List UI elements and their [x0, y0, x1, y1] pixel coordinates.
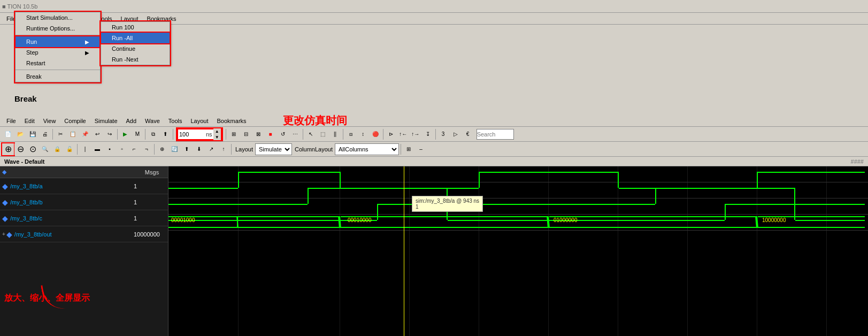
ann-time: 更改仿真时间: [283, 113, 347, 128]
layout-select[interactable]: Simulate: [255, 143, 292, 155]
mb2-bookmarks[interactable]: Bookmarks: [213, 117, 251, 125]
menu-run[interactable]: Run ▶: [16, 36, 100, 47]
tb-save[interactable]: 💾: [27, 128, 39, 140]
tb-link[interactable]: ⧉: [147, 128, 159, 140]
column-layout-select[interactable]: AllColumns: [335, 143, 399, 155]
tb-cut[interactable]: ✂: [55, 128, 66, 140]
separator2: [16, 70, 100, 70]
tb-up[interactable]: ⬆: [159, 128, 171, 140]
wave-b-high1: [309, 188, 447, 189]
tb-open[interactable]: 📂: [14, 128, 26, 140]
signal-row-b[interactable]: ◆ /my_3_8tb/b 1: [0, 194, 168, 210]
tb-paste[interactable]: 📌: [79, 128, 91, 140]
wave-btn1[interactable]: |: [79, 143, 91, 155]
signal-row-out[interactable]: + ◆ /my_3_8tb/out 10000000: [0, 226, 168, 242]
sig-out-diamond: ◆: [6, 230, 12, 239]
col-btn1[interactable]: ⊞: [403, 143, 414, 155]
tb-a2[interactable]: ↕: [357, 128, 369, 140]
wave-a-trans4: [618, 172, 619, 188]
run-submenu-arrow: ▶: [85, 39, 89, 45]
expand-all-btn[interactable]: ◆: [2, 169, 6, 175]
tb-a3[interactable]: 🔴: [370, 128, 381, 140]
tb-more[interactable]: ⋯: [289, 128, 301, 140]
tb-cursor[interactable]: ↖: [305, 128, 317, 140]
out-expand-btn[interactable]: +: [2, 231, 5, 237]
tb-b1[interactable]: ⊳: [385, 128, 397, 140]
sim-btn5[interactable]: ↗: [205, 143, 217, 155]
sim-btn6[interactable]: ↑: [218, 143, 229, 155]
zoom-lock-btn[interactable]: 🔒: [51, 143, 63, 155]
wave-header: Wave - Default ####: [0, 157, 868, 166]
menu-step[interactable]: Step ▶: [16, 47, 100, 58]
col-btn2[interactable]: –: [415, 143, 427, 155]
wave-content: ◆ Msgs ◆ /my_3_8tb/a 1 ◆ /my_3_8tb/b 1 ◆…: [0, 166, 868, 336]
sig-a-name: /my_3_8tb/a: [10, 183, 134, 189]
tb-wave-m[interactable]: M: [132, 128, 143, 140]
zoom-full-btn[interactable]: ⊙: [27, 143, 39, 155]
sim-btn3[interactable]: ⬆: [181, 143, 193, 155]
mb2-file[interactable]: File: [2, 117, 20, 125]
sim-btn4[interactable]: ⬇: [193, 143, 205, 155]
tb-b2[interactable]: ↑←: [397, 128, 409, 140]
mb2-layout[interactable]: Layout: [187, 117, 213, 125]
tb-step1[interactable]: ⊞: [228, 128, 240, 140]
wave-btn4[interactable]: ▫: [116, 143, 128, 155]
menu-run-100[interactable]: Run 100: [101, 22, 170, 33]
wave-btn5[interactable]: ⌐: [128, 143, 140, 155]
tb-stop[interactable]: ■: [265, 128, 276, 140]
tb-b3[interactable]: ↑→: [410, 128, 421, 140]
tooltip-line2: 1: [416, 204, 479, 210]
zoom-fit-btn[interactable]: 🔍: [39, 143, 51, 155]
tb-zoom-in2[interactable]: ||: [329, 128, 341, 140]
menu-break[interactable]: Break: [16, 71, 100, 82]
time-up-btn[interactable]: ▲: [213, 128, 221, 134]
ann-zoom: 放大、缩小、全屏显示: [4, 293, 90, 304]
tb-restart[interactable]: ↺: [277, 128, 289, 140]
zoom-unlock-btn[interactable]: 🔓: [64, 143, 75, 155]
mb2-wave[interactable]: Wave: [141, 117, 164, 125]
mb2-add[interactable]: Add: [122, 117, 141, 125]
tb-a1[interactable]: ⧈: [345, 128, 357, 140]
tb-b4[interactable]: ↧: [422, 128, 434, 140]
sep-z1: [77, 144, 78, 155]
tb-zoom-region[interactable]: ⬚: [317, 128, 329, 140]
sim-btn1[interactable]: ⊕: [156, 143, 168, 155]
wave-btn2[interactable]: ▬: [91, 143, 103, 155]
mb2-simulate[interactable]: Simulate: [90, 117, 122, 125]
tb-print[interactable]: 🖨: [39, 128, 51, 140]
tb-c2[interactable]: ▷: [450, 128, 462, 140]
menu-run-all[interactable]: Run -All: [101, 33, 170, 43]
time-down-btn[interactable]: ▼: [213, 134, 221, 140]
tb-undo[interactable]: ↩: [91, 128, 103, 140]
wave-btn6[interactable]: ¬: [141, 143, 152, 155]
mb2-compile[interactable]: Compile: [60, 117, 90, 125]
tb-c3[interactable]: €: [462, 128, 474, 140]
tb-redo[interactable]: ↪: [104, 128, 116, 140]
zoom-in-btn[interactable]: ⊕: [2, 143, 14, 155]
bus-val-2: 00010000: [348, 217, 372, 223]
sim-btn2[interactable]: 🔄: [168, 143, 180, 155]
wave-a-low1: [168, 188, 238, 189]
signal-row-a[interactable]: ◆ /my_3_8tb/a 1: [0, 178, 168, 194]
signal-row-c[interactable]: ◆ /my_3_8tb/c 1: [0, 210, 168, 226]
tb-run-sim[interactable]: ▶: [119, 128, 131, 140]
tb-step2[interactable]: ⊟: [240, 128, 252, 140]
time-value-input[interactable]: [178, 131, 205, 138]
time-unit: ns: [205, 131, 213, 138]
wave-btn3[interactable]: ▪: [104, 143, 116, 155]
menu-start-simulation[interactable]: Start Simulation...: [16, 12, 100, 23]
sig-c-name: /my_3_8tb/c: [10, 215, 134, 222]
menu-continue[interactable]: Continue: [101, 43, 170, 54]
zoom-out-btn[interactable]: ⊖: [14, 143, 26, 155]
tb-c1[interactable]: 3: [437, 128, 449, 140]
mb2-tools[interactable]: Tools: [164, 117, 187, 125]
tb-copy[interactable]: 📋: [67, 128, 79, 140]
menu-runtime-options[interactable]: Runtime Options...: [16, 23, 100, 34]
search-input[interactable]: [477, 131, 506, 138]
tb-new[interactable]: 📄: [2, 128, 14, 140]
tb-step3[interactable]: ⊠: [252, 128, 264, 140]
mb2-edit[interactable]: Edit: [20, 117, 39, 125]
mb2-view[interactable]: View: [39, 117, 60, 125]
menu-run-next[interactable]: Run -Next: [101, 54, 170, 65]
menu-restart[interactable]: Restart: [16, 58, 100, 68]
